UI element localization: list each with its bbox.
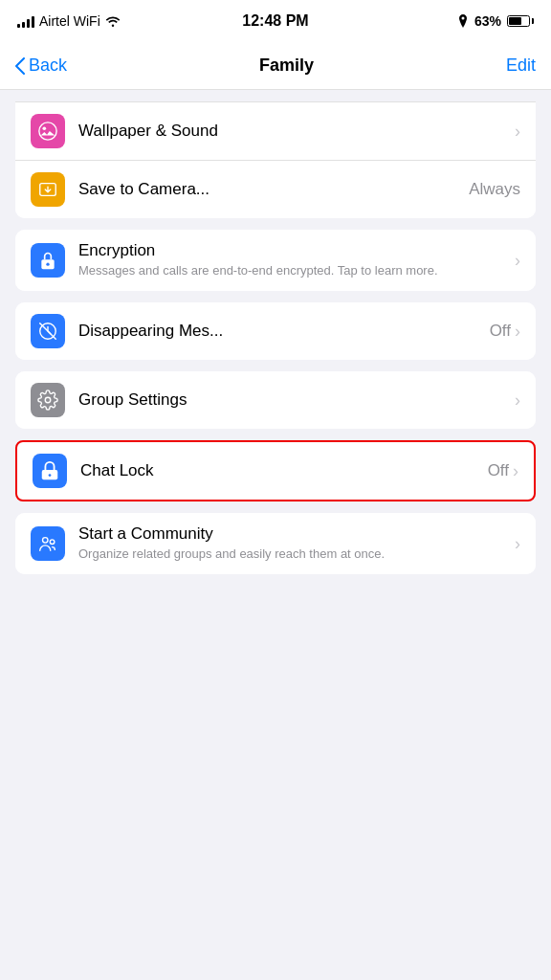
encryption-row[interactable]: Encryption Messages and calls are end-to… xyxy=(15,230,536,291)
group-settings-icon-bg xyxy=(31,383,65,417)
group-settings-content: Group Settings xyxy=(78,390,515,410)
battery-icon xyxy=(507,15,534,27)
encryption-title: Encryption xyxy=(78,241,515,260)
encryption-content: Encryption Messages and calls are end-to… xyxy=(78,241,515,279)
wallpaper-icon-bg xyxy=(31,114,65,148)
back-button[interactable]: Back xyxy=(15,56,67,76)
battery-pct: 63% xyxy=(474,13,501,29)
group-settings-chevron: › xyxy=(515,390,520,411)
wallpaper-right: › xyxy=(515,122,520,142)
svg-point-0 xyxy=(39,122,56,140)
encryption-icon-bg xyxy=(31,243,65,278)
back-label: Back xyxy=(29,56,67,76)
status-right: 63% xyxy=(457,13,534,29)
status-left: Airtel WiFi xyxy=(17,13,121,29)
chat-lock-icon-bg xyxy=(33,454,67,488)
community-subtitle: Organize related groups and easily reach… xyxy=(78,546,515,563)
section-1: Wallpaper & Sound › Save to Camera... Al… xyxy=(15,101,536,218)
wallpaper-content: Wallpaper & Sound xyxy=(78,122,515,141)
chat-lock-icon xyxy=(39,460,60,481)
edit-button[interactable]: Edit xyxy=(506,56,536,76)
save-to-camera-row[interactable]: Save to Camera... Always xyxy=(15,161,536,218)
lock-icon xyxy=(38,250,57,271)
svg-point-8 xyxy=(49,474,52,477)
wallpaper-row[interactable]: Wallpaper & Sound › xyxy=(15,102,536,161)
save-icon-bg xyxy=(31,172,65,207)
chat-lock-chevron: › xyxy=(513,461,518,481)
carrier-label: Airtel WiFi xyxy=(39,13,100,29)
status-bar: Airtel WiFi 12:48 PM 63% xyxy=(0,0,551,42)
section-5: Start a Community Organize related group… xyxy=(15,513,536,574)
svg-point-9 xyxy=(43,538,49,544)
encryption-right: › xyxy=(515,251,520,271)
location-icon xyxy=(457,14,469,28)
group-settings-title: Group Settings xyxy=(78,390,515,410)
chat-lock-title: Chat Lock xyxy=(80,461,488,480)
svg-point-10 xyxy=(50,540,55,545)
section-4: Group Settings › xyxy=(15,371,536,429)
group-settings-row[interactable]: Group Settings › xyxy=(15,371,536,429)
save-to-camera-title: Save to Camera... xyxy=(78,180,469,199)
svg-point-4 xyxy=(46,263,49,266)
community-content: Start a Community Organize related group… xyxy=(78,524,515,563)
section-3: Disappearing Mes... Off › xyxy=(15,302,536,360)
disappearing-messages-row[interactable]: Disappearing Mes... Off › xyxy=(15,302,536,360)
save-icon xyxy=(37,179,58,200)
chat-lock-value: Off xyxy=(488,461,509,480)
community-right: › xyxy=(515,534,520,554)
chat-lock-row[interactable]: Chat Lock Off › xyxy=(15,440,536,501)
start-community-row[interactable]: Start a Community Organize related group… xyxy=(15,513,536,574)
chevron-left-icon xyxy=(15,57,25,75)
wallpaper-title: Wallpaper & Sound xyxy=(78,122,515,141)
svg-point-1 xyxy=(43,126,47,130)
section-2: Encryption Messages and calls are end-to… xyxy=(15,230,536,291)
disappearing-icon xyxy=(37,321,58,342)
save-value: Always xyxy=(469,180,520,199)
status-time: 12:48 PM xyxy=(242,12,308,30)
chat-lock-content: Chat Lock xyxy=(80,461,488,480)
disappearing-chevron: › xyxy=(515,322,520,342)
disappearing-value: Off xyxy=(490,322,511,341)
community-chevron: › xyxy=(515,534,520,554)
nav-title: Family xyxy=(259,56,314,76)
encryption-subtitle: Messages and calls are end-to-end encryp… xyxy=(78,262,515,279)
wallpaper-chevron: › xyxy=(515,122,520,142)
group-settings-right: › xyxy=(515,390,520,411)
community-icon-bg xyxy=(31,526,65,561)
disappearing-right: Off › xyxy=(490,322,520,342)
disappearing-icon-bg xyxy=(31,314,65,348)
svg-point-6 xyxy=(45,397,51,403)
community-icon xyxy=(37,533,58,554)
wifi-icon xyxy=(105,15,121,27)
save-to-camera-content: Save to Camera... xyxy=(78,180,469,199)
gear-icon xyxy=(37,390,58,411)
community-title: Start a Community xyxy=(78,524,515,544)
settings-content: Wallpaper & Sound › Save to Camera... Al… xyxy=(0,90,551,574)
disappearing-title: Disappearing Mes... xyxy=(78,322,490,341)
wallpaper-icon xyxy=(37,121,58,142)
disappearing-content: Disappearing Mes... xyxy=(78,322,490,341)
encryption-chevron: › xyxy=(515,251,520,271)
chat-lock-right: Off › xyxy=(488,461,518,481)
save-right: Always xyxy=(469,180,520,199)
nav-bar: Back Family Edit xyxy=(0,42,551,90)
signal-icon xyxy=(17,14,34,28)
